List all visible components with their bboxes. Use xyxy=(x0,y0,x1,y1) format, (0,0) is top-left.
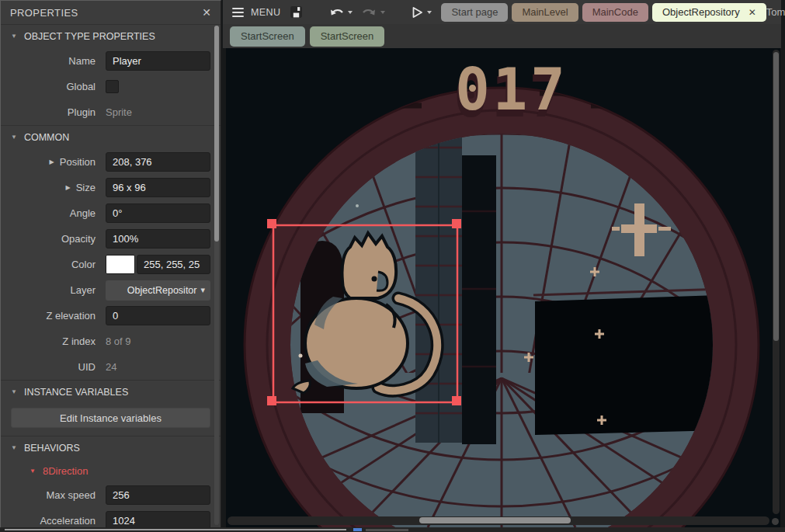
row-z-elevation: Z elevation xyxy=(1,303,221,329)
play-button[interactable] xyxy=(412,6,432,19)
layer-select[interactable]: ObjectRepositor ▾ xyxy=(106,280,210,301)
subtab-startscreen-1[interactable]: StartScreen xyxy=(230,26,305,47)
chevron-down-icon[interactable] xyxy=(427,11,432,14)
save-icon xyxy=(290,5,303,19)
global-label: Global xyxy=(66,81,96,92)
size-input[interactable] xyxy=(106,178,210,197)
canvas-vertical-scrollbar-thumb[interactable] xyxy=(773,52,779,341)
selection-handle-top-left[interactable] xyxy=(267,219,276,228)
tab-maincode[interactable]: MainCode xyxy=(582,3,648,22)
undo-button[interactable] xyxy=(329,7,353,17)
name-label: Name xyxy=(68,55,96,67)
angle-label: Angle xyxy=(70,207,96,219)
subtab-label: StartScreen xyxy=(321,30,374,42)
chevron-down-icon xyxy=(380,11,385,14)
properties-panel-header: PROPERTIES ✕ xyxy=(1,1,221,24)
name-input[interactable] xyxy=(106,51,210,71)
chevron-down-icon[interactable] xyxy=(348,11,353,14)
selection-handle-bottom-right[interactable] xyxy=(452,396,461,405)
chevron-down-icon: ▾ xyxy=(200,285,205,295)
dust-speck xyxy=(356,204,359,207)
z-elevation-label: Z elevation xyxy=(46,310,96,322)
color-swatch[interactable] xyxy=(106,255,135,274)
chevron-right-icon[interactable]: ▶ xyxy=(66,185,71,191)
chevron-right-icon[interactable]: ▶ xyxy=(50,159,54,165)
z-elevation-input[interactable] xyxy=(106,306,210,325)
edit-instance-variables-button[interactable]: Edit Instance variables xyxy=(11,408,210,428)
save-button[interactable] xyxy=(290,5,303,19)
menu-button[interactable]: MENU xyxy=(232,7,280,18)
row-name: Name xyxy=(1,48,221,74)
chevron-down-icon: ▼ xyxy=(11,134,17,141)
section-title: COMMON xyxy=(24,132,69,143)
close-icon[interactable]: ✕ xyxy=(202,7,211,18)
room-number-text: 017 xyxy=(455,56,568,123)
tab-objectrepository[interactable]: ObjectRepository ✕ xyxy=(652,3,766,22)
row-acceleration: Acceleration xyxy=(1,508,221,527)
undo-icon xyxy=(329,7,344,17)
user-account[interactable]: Tom xyxy=(766,3,785,22)
subtab-startscreen-2[interactable]: StartScreen xyxy=(310,26,385,47)
room-number: 017 017 xyxy=(453,56,568,130)
row-size: ▶Size xyxy=(1,175,221,200)
section-behaviors[interactable]: ▼ BEHAVIORS xyxy=(1,436,221,460)
redo-button[interactable] xyxy=(362,7,385,17)
position-label: Position xyxy=(60,156,96,168)
play-icon xyxy=(412,6,423,19)
plugin-value: Sprite xyxy=(106,106,132,118)
section-title: OBJECT TYPE PROPERTIES xyxy=(24,31,155,42)
layout-tabs: StartScreen StartScreen xyxy=(223,24,781,48)
canvas-horizontal-scrollbar-thumb[interactable] xyxy=(419,517,571,523)
behavior-name: 8Direction xyxy=(43,465,89,477)
chevron-down-icon: ▼ xyxy=(30,468,36,475)
behavior-8direction[interactable]: ▼ 8Direction xyxy=(1,460,221,482)
layout-canvas[interactable]: 017 017 xyxy=(226,48,780,527)
chevron-down-icon: ▼ xyxy=(11,33,17,40)
bottom-docked-panel-edge xyxy=(0,527,785,532)
section-common[interactable]: ▼ COMMON xyxy=(1,125,221,149)
layout-scene[interactable]: 017 017 xyxy=(226,48,780,527)
subtab-label: StartScreen xyxy=(241,30,294,42)
opacity-label: Opacity xyxy=(61,233,96,245)
selection-handle-top-right[interactable] xyxy=(452,219,461,228)
document-tabs: Start page MainLevel MainCode ObjectRepo… xyxy=(441,3,766,22)
tab-mainlevel[interactable]: MainLevel xyxy=(512,3,578,22)
color-label: Color xyxy=(71,259,96,270)
color-input[interactable] xyxy=(137,255,210,274)
close-icon[interactable]: ✕ xyxy=(749,7,756,18)
toolbar-row: MENU xyxy=(223,0,781,24)
layer-value: ObjectRepositor xyxy=(127,285,197,296)
acceleration-input[interactable] xyxy=(106,511,210,527)
z-index-label: Z index xyxy=(62,336,96,347)
panel-scrollbar-thumb[interactable] xyxy=(214,26,219,242)
tab-start-page[interactable]: Start page xyxy=(441,3,508,22)
tab-label: MainLevel xyxy=(522,6,568,18)
row-opacity: Opacity xyxy=(1,226,221,252)
uid-value: 24 xyxy=(106,361,116,373)
selection-handle-bottom-left[interactable] xyxy=(267,396,276,405)
section-object-type-properties[interactable]: ▼ OBJECT TYPE PROPERTIES xyxy=(1,24,221,48)
row-color: Color xyxy=(1,252,221,277)
row-plugin: Plugin Sprite xyxy=(1,99,221,125)
chevron-down-icon: ▼ xyxy=(11,389,17,395)
position-input[interactable] xyxy=(106,152,210,172)
opacity-input[interactable] xyxy=(106,229,210,249)
row-layer: Layer ObjectRepositor ▾ xyxy=(1,277,221,303)
angle-input[interactable] xyxy=(106,203,210,223)
section-instance-variables[interactable]: ▼ INSTANCE VARIABLES xyxy=(1,380,221,404)
properties-panel: PROPERTIES ✕ ▼ OBJECT TYPE PROPERTIES Na… xyxy=(0,0,221,527)
doorway xyxy=(533,289,723,435)
bottom-panel-cutoff-text xyxy=(366,529,408,531)
layer-label: Layer xyxy=(70,284,96,296)
max-speed-input[interactable] xyxy=(106,485,210,505)
menu-label: MENU xyxy=(251,7,280,18)
bottom-panel-icon xyxy=(353,528,362,531)
global-checkbox[interactable] xyxy=(106,80,119,93)
top-toolbar: MENU xyxy=(223,0,781,48)
row-global: Global xyxy=(1,74,221,99)
scrollbar-corner xyxy=(772,518,779,525)
user-name: Tom xyxy=(766,6,785,18)
max-speed-label: Max speed xyxy=(46,489,96,501)
central-column xyxy=(415,118,496,444)
app-window: PROPERTIES ✕ ▼ OBJECT TYPE PROPERTIES Na… xyxy=(0,0,785,532)
